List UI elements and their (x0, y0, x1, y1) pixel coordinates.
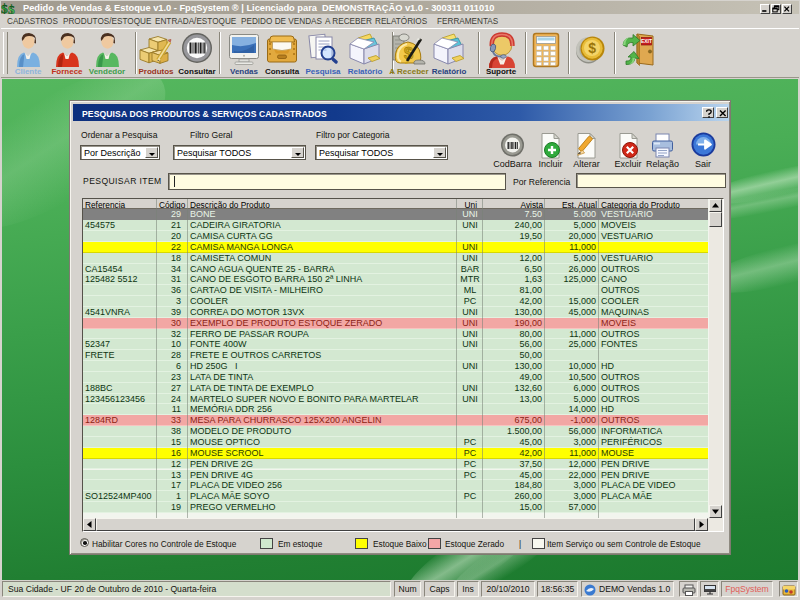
svg-text:$: $ (588, 40, 596, 56)
svg-text:$: $ (1, 1, 8, 15)
svg-text:EXIT: EXIT (641, 38, 652, 44)
